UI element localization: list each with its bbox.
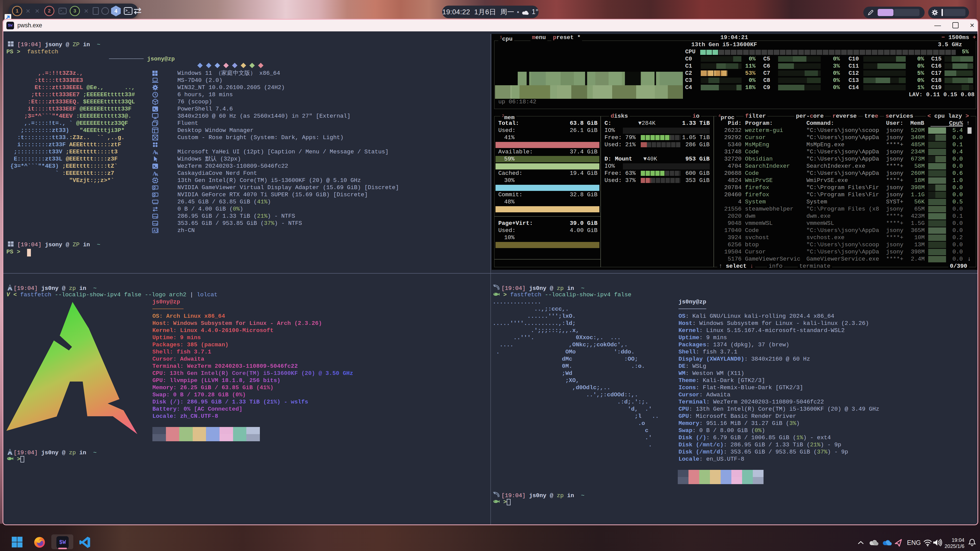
svg-text:A: A: [156, 173, 158, 176]
svg-text:A: A: [156, 151, 158, 155]
svg-text:A文: A文: [153, 229, 159, 233]
